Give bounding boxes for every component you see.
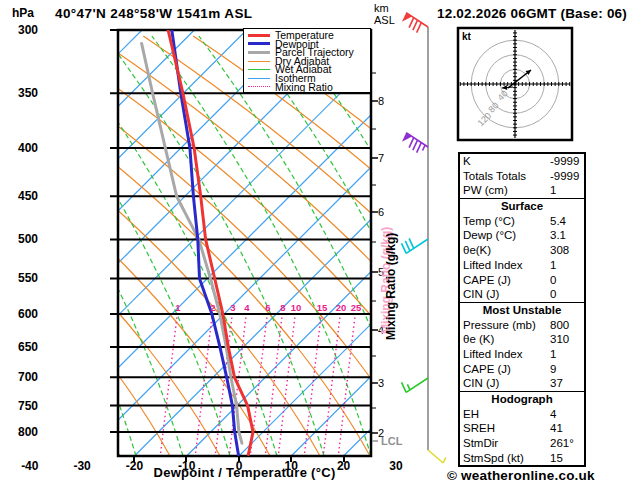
pressure-tick-label: 750 [4,399,38,413]
mixing-ratio-value-label: 8 [280,302,285,313]
table-section-header: Surface [460,198,584,214]
barb-full-tick [409,138,414,148]
pressure-tick-label: 450 [4,189,38,203]
pressure-tick-label: 300 [4,23,38,37]
table-row-label: Totals Totals [463,169,550,184]
mixing-ratio-axis-label: Mixing Ratio (g/kg) [384,233,398,340]
wet-adiabat-line [58,36,277,456]
legend-line-sample [248,34,270,37]
table-row-label: CIN (J) [463,287,550,302]
table-row: CAPE (J)9 [460,362,584,377]
table-row-label: Lifted Index [463,347,550,362]
table-row-label: PW (cm) [463,183,550,198]
barb-half-tick [407,384,410,389]
table-row-value: -9999 [550,169,579,184]
legend-line-sample [248,78,270,79]
legend-line-sample [248,69,270,70]
table-row-label: CAPE (J) [463,273,550,288]
table-row-label: EH [463,407,550,422]
hodograph: 4080120 [458,28,572,140]
dry-adiabat-line [0,36,420,456]
table-row-label: Pressure (mb) [463,318,550,333]
legend-line-sample [248,61,270,62]
table-row: StmSpd (kt)15 [460,451,584,466]
pressure-tick-label: 600 [4,307,38,321]
dry-adiabat-line [93,36,520,456]
pressure-tick-label: 500 [4,232,38,246]
table-row-label: StmDir [463,436,550,451]
km-tick-label: 3 [378,377,384,389]
run-datetime-label: 12.02.2026 06GMT (Base: 06) [437,6,627,21]
mixing-ratio-value-label: 20 [336,302,347,313]
table-row-value: 800 [550,318,569,333]
table-row: θe(K)308 [460,243,584,258]
table-row-value: 41 [550,421,563,436]
table-row-value: 5.4 [550,214,566,229]
table-row: θe (K)310 [460,332,584,347]
km-tick-label: 6 [378,206,384,218]
table-row-value: 261° [550,436,574,451]
wind-barb-upper [402,13,428,33]
table-row-label: Lifted Index [463,258,550,273]
barb-stem [406,378,428,392]
pressure-unit-label: hPa [12,6,34,20]
table-row: SREH41 [460,421,584,436]
barb-stem [406,239,428,253]
table-row-label: CIN (J) [463,376,550,391]
skewt-sounding-app: 4080120 hPa 40°47'N 248°58'W 1541m ASL 1… [0,0,629,486]
temp-tick-label: -30 [73,459,90,473]
wind-barb-700 [402,378,428,392]
table-row-value: 37 [550,376,563,391]
barb-full-tick [417,23,422,33]
table-row: StmDir261° [460,436,584,451]
table-row: Dewp (°C)3.1 [460,228,584,243]
table-row: CIN (J)37 [460,376,584,391]
table-row-label: θe (K) [463,332,550,347]
table-row-label: θe(K) [463,243,550,258]
pressure-tick-label: 800 [4,425,38,439]
table-row: Totals Totals-9999 [460,169,584,184]
barb-stem [428,450,443,463]
table-row-value: 310 [550,332,569,347]
mixing-ratio-value-label: 10 [291,302,302,313]
barb-full-tick [402,243,407,253]
table-row-value: 1 [550,347,556,362]
temp-tick-label: -40 [21,459,38,473]
barb-full-tick [417,143,422,153]
hodograph-unit-label: kt [462,31,471,42]
mixing-ratio-value-label: 15 [317,302,328,313]
mixing-ratio-value-label: 6 [265,302,270,313]
mixing-ratio-value-label: 1 [175,302,180,313]
hodograph-origin-dot [514,83,517,86]
pressure-tick-label: 650 [4,340,38,354]
table-row-label: Temp (°C) [463,214,550,229]
copyright-credit: © weatheronline.co.uk [447,468,595,483]
barb-half-tick [443,458,446,463]
legend-line-sample [248,42,270,45]
barb-full-tick [413,140,418,150]
km-tick-label: 8 [378,95,384,107]
table-row-value: -9999 [550,154,579,169]
table-row: CAPE (J)0 [460,273,584,288]
table-row: K-9999 [460,154,584,169]
legend-item: Mixing Ratio [248,83,370,92]
table-row: Temp (°C)5.4 [460,214,584,229]
table-row: Lifted Index1 [460,347,584,362]
table-row-label: SREH [463,421,550,436]
wind-barb-500 [402,238,428,253]
indices-table: K-9999Totals Totals-9999PW (cm)1SurfaceT… [458,152,586,467]
pressure-tick-label: 400 [4,141,38,155]
x-axis-title: Dewpoint / Temperature (°C) [118,465,371,480]
table-row: CIN (J)0 [460,287,584,302]
mixing-ratio-value-label: 3 [230,302,235,313]
barb-full-tick [405,241,410,251]
table-row-value: 9 [550,362,556,377]
barb-full-tick [402,382,407,392]
mixing-ratio-value-label: 25 [351,302,362,313]
wind-barb-surface [428,450,446,463]
legend-item-label: Mixing Ratio [275,83,333,92]
table-section-header: Hodograph [460,391,584,407]
table-row-value: 0 [550,273,556,288]
legend: TemperatureDewpointParcel TrajectoryDry … [243,28,371,93]
table-row: Pressure (mb)800 [460,318,584,333]
